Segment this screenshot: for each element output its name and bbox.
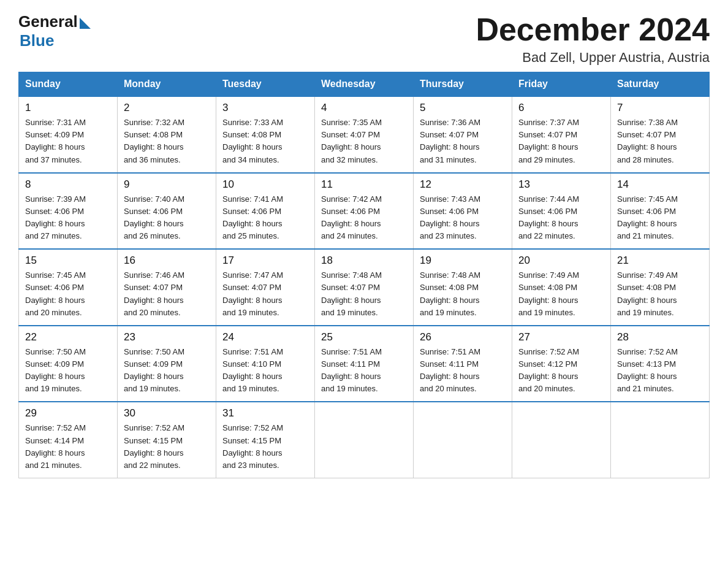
table-row: 29 Sunrise: 7:52 AM Sunset: 4:14 PM Dayl… [19,402,118,478]
table-row: 14 Sunrise: 7:45 AM Sunset: 4:06 PM Dayl… [611,173,710,250]
table-row: 8 Sunrise: 7:39 AM Sunset: 4:06 PM Dayli… [19,173,118,250]
day-info: Sunrise: 7:49 AM Sunset: 4:08 PM Dayligh… [518,269,604,319]
day-info: Sunrise: 7:50 AM Sunset: 4:09 PM Dayligh… [124,346,210,396]
table-row: 25 Sunrise: 7:51 AM Sunset: 4:11 PM Dayl… [315,326,414,402]
day-number: 10 [222,178,308,191]
day-number: 3 [222,102,308,114]
day-number: 12 [420,178,506,191]
day-number: 31 [222,407,308,419]
table-row: 26 Sunrise: 7:51 AM Sunset: 4:11 PM Dayl… [414,326,512,402]
day-number: 14 [617,178,703,191]
day-info: Sunrise: 7:32 AM Sunset: 4:08 PM Dayligh… [124,117,210,166]
calendar-week-row: 22 Sunrise: 7:50 AM Sunset: 4:09 PM Dayl… [19,326,710,402]
day-number: 27 [518,331,604,343]
table-row: 22 Sunrise: 7:50 AM Sunset: 4:09 PM Dayl… [19,326,118,402]
day-info: Sunrise: 7:49 AM Sunset: 4:08 PM Dayligh… [617,269,703,319]
day-number: 7 [617,102,703,114]
page-header: General Blue December 2024 Bad Zell, Upp… [18,12,710,66]
table-row: 20 Sunrise: 7:49 AM Sunset: 4:08 PM Dayl… [512,249,611,326]
day-info: Sunrise: 7:52 AM Sunset: 4:15 PM Dayligh… [222,422,308,472]
day-number: 8 [25,178,111,191]
logo-blue-text: Blue [20,31,91,50]
table-row: 16 Sunrise: 7:46 AM Sunset: 4:07 PM Dayl… [118,249,216,326]
day-number: 1 [25,102,111,114]
table-row: 1 Sunrise: 7:31 AM Sunset: 4:09 PM Dayli… [19,96,118,173]
day-info: Sunrise: 7:51 AM Sunset: 4:10 PM Dayligh… [222,346,308,396]
day-info: Sunrise: 7:38 AM Sunset: 4:07 PM Dayligh… [617,117,703,166]
day-number: 22 [25,331,111,343]
day-info: Sunrise: 7:36 AM Sunset: 4:07 PM Dayligh… [420,117,506,166]
table-row: 30 Sunrise: 7:52 AM Sunset: 4:15 PM Dayl… [118,402,216,478]
day-info: Sunrise: 7:40 AM Sunset: 4:06 PM Dayligh… [124,193,210,243]
table-row: 6 Sunrise: 7:37 AM Sunset: 4:07 PM Dayli… [512,96,611,173]
day-number: 15 [25,255,111,267]
table-row: 17 Sunrise: 7:47 AM Sunset: 4:07 PM Dayl… [216,249,315,326]
table-row: 11 Sunrise: 7:42 AM Sunset: 4:06 PM Dayl… [315,173,414,250]
day-info: Sunrise: 7:51 AM Sunset: 4:11 PM Dayligh… [420,346,506,396]
table-row: 31 Sunrise: 7:52 AM Sunset: 4:15 PM Dayl… [216,402,315,478]
day-info: Sunrise: 7:42 AM Sunset: 4:06 PM Dayligh… [321,193,407,243]
table-row: 19 Sunrise: 7:48 AM Sunset: 4:08 PM Dayl… [414,249,512,326]
month-title: December 2024 [476,12,710,47]
day-number: 26 [420,331,506,343]
col-sunday: Sunday [19,72,118,97]
day-info: Sunrise: 7:47 AM Sunset: 4:07 PM Dayligh… [222,269,308,319]
logo: General Blue [18,12,91,50]
day-number: 2 [124,102,210,114]
calendar-week-row: 1 Sunrise: 7:31 AM Sunset: 4:09 PM Dayli… [19,96,710,173]
day-info: Sunrise: 7:48 AM Sunset: 4:07 PM Dayligh… [321,269,407,319]
table-row [414,402,512,478]
day-number: 17 [222,255,308,267]
table-row [512,402,611,478]
day-number: 30 [124,407,210,419]
day-number: 13 [518,178,604,191]
day-info: Sunrise: 7:35 AM Sunset: 4:07 PM Dayligh… [321,117,407,166]
table-row: 7 Sunrise: 7:38 AM Sunset: 4:07 PM Dayli… [611,96,710,173]
table-row: 9 Sunrise: 7:40 AM Sunset: 4:06 PM Dayli… [118,173,216,250]
day-number: 24 [222,331,308,343]
day-number: 5 [420,102,506,114]
table-row: 24 Sunrise: 7:51 AM Sunset: 4:10 PM Dayl… [216,326,315,402]
table-row: 4 Sunrise: 7:35 AM Sunset: 4:07 PM Dayli… [315,96,414,173]
location-subtitle: Bad Zell, Upper Austria, Austria [476,50,710,66]
logo-triangle-icon [80,18,91,29]
table-row [611,402,710,478]
day-number: 21 [617,255,703,267]
day-info: Sunrise: 7:41 AM Sunset: 4:06 PM Dayligh… [222,193,308,243]
col-friday: Friday [512,72,611,97]
table-row: 27 Sunrise: 7:52 AM Sunset: 4:12 PM Dayl… [512,326,611,402]
table-row: 13 Sunrise: 7:44 AM Sunset: 4:06 PM Dayl… [512,173,611,250]
day-info: Sunrise: 7:37 AM Sunset: 4:07 PM Dayligh… [518,117,604,166]
day-info: Sunrise: 7:50 AM Sunset: 4:09 PM Dayligh… [25,346,111,396]
day-info: Sunrise: 7:45 AM Sunset: 4:06 PM Dayligh… [25,269,111,319]
day-number: 9 [124,178,210,191]
day-number: 6 [518,102,604,114]
col-wednesday: Wednesday [315,72,414,97]
day-number: 29 [25,407,111,419]
day-number: 18 [321,255,407,267]
day-number: 20 [518,255,604,267]
calendar-week-row: 8 Sunrise: 7:39 AM Sunset: 4:06 PM Dayli… [19,173,710,250]
calendar-week-row: 15 Sunrise: 7:45 AM Sunset: 4:06 PM Dayl… [19,249,710,326]
table-row: 3 Sunrise: 7:33 AM Sunset: 4:08 PM Dayli… [216,96,315,173]
day-info: Sunrise: 7:44 AM Sunset: 4:06 PM Dayligh… [518,193,604,243]
day-info: Sunrise: 7:33 AM Sunset: 4:08 PM Dayligh… [222,117,308,166]
day-info: Sunrise: 7:52 AM Sunset: 4:15 PM Dayligh… [124,422,210,472]
day-number: 28 [617,331,703,343]
table-row: 5 Sunrise: 7:36 AM Sunset: 4:07 PM Dayli… [414,96,512,173]
day-info: Sunrise: 7:43 AM Sunset: 4:06 PM Dayligh… [420,193,506,243]
day-number: 23 [124,331,210,343]
col-saturday: Saturday [611,72,710,97]
day-info: Sunrise: 7:48 AM Sunset: 4:08 PM Dayligh… [420,269,506,319]
day-number: 25 [321,331,407,343]
table-row: 21 Sunrise: 7:49 AM Sunset: 4:08 PM Dayl… [611,249,710,326]
table-row: 10 Sunrise: 7:41 AM Sunset: 4:06 PM Dayl… [216,173,315,250]
table-row: 18 Sunrise: 7:48 AM Sunset: 4:07 PM Dayl… [315,249,414,326]
day-info: Sunrise: 7:46 AM Sunset: 4:07 PM Dayligh… [124,269,210,319]
table-row: 2 Sunrise: 7:32 AM Sunset: 4:08 PM Dayli… [118,96,216,173]
table-row: 28 Sunrise: 7:52 AM Sunset: 4:13 PM Dayl… [611,326,710,402]
table-row: 12 Sunrise: 7:43 AM Sunset: 4:06 PM Dayl… [414,173,512,250]
day-number: 16 [124,255,210,267]
day-info: Sunrise: 7:45 AM Sunset: 4:06 PM Dayligh… [617,193,703,243]
col-thursday: Thursday [414,72,512,97]
